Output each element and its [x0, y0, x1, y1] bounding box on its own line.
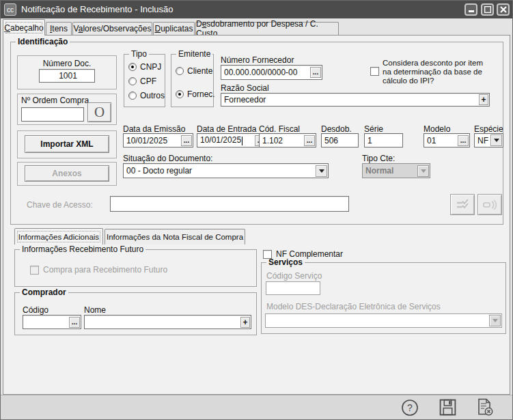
situacao-select[interactable]: 00 - Docto regular [123, 163, 329, 178]
save-icon [439, 398, 457, 417]
cod-fiscal-input[interactable]: 1.102 ... [259, 133, 316, 148]
lookup-fornecedor-button[interactable]: ... [310, 67, 321, 78]
numero-fornecedor-value: 00.000.000/0000-00 [224, 68, 310, 77]
tab-cabecalho[interactable]: Cabeçalho [3, 19, 45, 36]
checkbox-icon [263, 250, 272, 259]
ordem-compra-input[interactable] [21, 107, 84, 122]
especie-dropdown-button[interactable] [490, 135, 502, 146]
save-button[interactable] [437, 397, 458, 417]
cod-fiscal-label: Cód. Fiscal [259, 124, 300, 134]
importar-xml-button[interactable]: Importar XML [25, 135, 109, 153]
modelo-input[interactable]: 01 ... [424, 133, 470, 148]
comprador-nome-input[interactable]: + [84, 315, 251, 329]
modelo-des-select[interactable] [265, 313, 502, 328]
nf-complementar-checkbox[interactable]: NF Complementar [263, 250, 343, 259]
consultar-situacao-button[interactable] [450, 194, 475, 215]
megaphone-icon [483, 199, 497, 210]
add-fornecedor-button[interactable]: + [479, 94, 488, 105]
anexos-button[interactable]: Anexos [25, 165, 109, 182]
radio-label: Fornec. [187, 89, 215, 99]
cod-fiscal-value: 1.102 [262, 136, 304, 145]
tab-informacoes-nota-fiscal[interactable]: Informações da Nota Fiscal de Compra [105, 229, 245, 244]
especie-select[interactable]: NF [474, 133, 503, 148]
chave-acesso-input[interactable] [110, 196, 349, 212]
radio-outros[interactable]: Outros [128, 91, 165, 100]
modelo-lookup-button[interactable]: ... [458, 135, 469, 146]
situacao-dropdown-button[interactable] [316, 165, 327, 177]
group-tipo-title: Tipo [129, 49, 149, 59]
comprador-codigo-label: Código [23, 305, 48, 315]
radio-label: CNPJ [140, 62, 161, 72]
cod-fiscal-lookup-button[interactable]: ... [304, 135, 315, 146]
codigo-servico-input[interactable] [266, 281, 320, 295]
chave-acesso-label: Chave de Acesso: [27, 200, 93, 210]
radio-icon [128, 77, 137, 85]
tab-desdobramento[interactable]: Desdobramento por Despesa / C. Custo [195, 22, 339, 35]
group-comprador-title: Comprador [20, 288, 68, 297]
modelo-des-dropdown-button[interactable] [489, 315, 501, 326]
radio-fornecedor[interactable]: Fornec. [176, 89, 215, 99]
chevron-down-icon [493, 319, 498, 322]
app-icon-label: cc [7, 6, 14, 14]
razao-social-value: Fornecedor [224, 95, 479, 104]
data-emissao-input[interactable]: 10/01/2025 ... [123, 133, 193, 148]
cancel-document-button[interactable] [474, 397, 495, 417]
radio-label: Outros [140, 91, 165, 100]
data-emissao-picker-button[interactable]: ... [181, 135, 192, 146]
nf-complementar-label: NF Complementar [276, 249, 343, 259]
numero-doc-input[interactable]: 1001 [39, 69, 95, 83]
tab-duplicatas[interactable]: Duplicatas [153, 22, 195, 35]
radio-icon [128, 63, 137, 71]
serie-value: 1 [368, 136, 402, 145]
radio-cliente[interactable]: Cliente [176, 66, 212, 76]
modelo-des-label: Modelo DES-Declaração Eletrônica de Serv… [266, 302, 441, 311]
desdob-input[interactable]: 506 [321, 133, 359, 148]
tipo-cte-select[interactable]: Normal [362, 163, 430, 178]
compra-recebimento-futuro-label: Compra para Recebimento Futuro [43, 265, 167, 275]
group-emitente-title: Emitente [176, 49, 212, 59]
tipo-cte-dropdown-button[interactable] [417, 165, 429, 177]
help-button[interactable]: ? [400, 397, 420, 418]
bottom-bar [1, 395, 513, 420]
data-entrada-label: Data de Entrada [197, 124, 256, 134]
serie-input[interactable]: 1 [364, 133, 403, 148]
ordem-compra-label: Nº Ordem Compra [21, 96, 89, 105]
razao-social-label: Razão Social [221, 83, 269, 93]
minimize-button[interactable] [465, 3, 477, 16]
radio-cnpj[interactable]: CNPJ [128, 62, 161, 72]
ordem-compra-lookup-button[interactable]: O [87, 102, 111, 122]
radio-icon [176, 90, 184, 98]
manifestacao-button[interactable] [477, 194, 502, 215]
considera-desconto-label: Considera desconto por item na determina… [383, 59, 492, 85]
tab-valores-observacoes[interactable]: Valores/Observações [72, 22, 152, 35]
serie-label: Série [364, 124, 383, 134]
ellipsis-icon: ... [184, 138, 189, 143]
tab-itens[interactable]: Itens [46, 22, 72, 35]
anexos-label: Anexos [52, 169, 81, 178]
tab-informacoes-adicionais[interactable]: Informações Adicionais [14, 228, 103, 244]
close-button[interactable] [497, 3, 510, 16]
tab-label: Cabeçalho [4, 23, 43, 33]
numero-fornecedor-input[interactable]: 00.000.000/0000-00 ... [221, 65, 322, 80]
radio-cpf[interactable]: CPF [128, 76, 156, 86]
data-entrada-input[interactable]: 10/01/2025 ... [197, 133, 267, 148]
plus-icon: + [481, 95, 486, 104]
considera-desconto-checkbox[interactable] [370, 67, 379, 76]
situacao-value: 00 - Docto regular [126, 166, 316, 176]
title-bar: cc Notificação de Recebimento - Inclusão [1, 1, 512, 18]
ellipsis-icon: ... [72, 320, 77, 325]
data-emissao-label: Data da Emissão [123, 124, 185, 134]
letter-o-icon: O [94, 104, 105, 121]
compra-recebimento-futuro-checkbox[interactable]: Compra para Recebimento Futuro [30, 266, 167, 275]
comprador-codigo-input[interactable]: ... [23, 315, 81, 329]
razao-social-input[interactable]: Fornecedor + [221, 93, 490, 107]
comprador-lookup-button[interactable]: ... [69, 317, 80, 328]
tab-label: Duplicatas [154, 24, 193, 33]
ellipsis-icon: ... [313, 70, 318, 75]
add-comprador-button[interactable]: + [240, 317, 250, 328]
checkbox-icon [370, 67, 379, 76]
group-recebimento-futuro-title: Informações Recebimento Futuro [20, 244, 145, 254]
especie-label: Espécie [474, 124, 503, 134]
chevron-down-icon [421, 169, 426, 173]
maximize-button[interactable] [481, 3, 494, 16]
